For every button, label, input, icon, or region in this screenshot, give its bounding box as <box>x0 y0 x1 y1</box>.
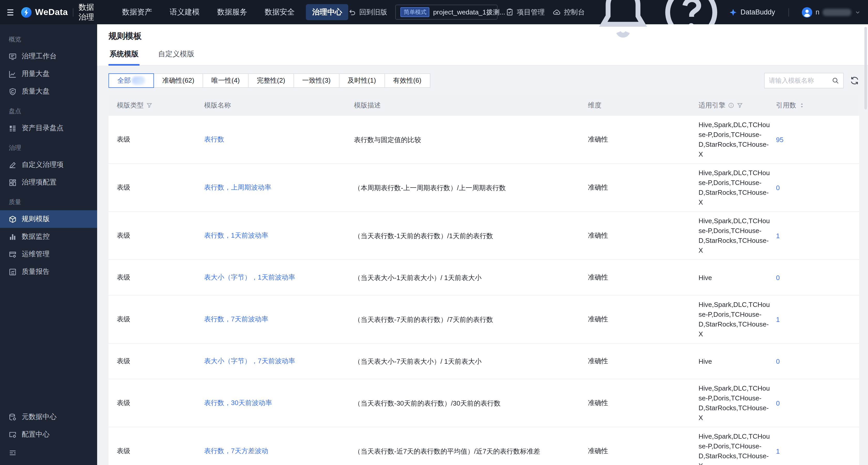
info-circle-icon[interactable] <box>728 102 734 108</box>
ref-count-cell: 0 <box>776 274 859 281</box>
engines-cell: Hive,Spark,DLC,TCHouse-P,Doris,TCHouse-D… <box>699 431 776 465</box>
template-name-link[interactable]: 表行数，7天方差波动 <box>204 447 268 455</box>
filter-funnel-icon[interactable] <box>737 102 743 108</box>
search-icon[interactable] <box>832 77 839 84</box>
page-title: 规则模板 <box>108 31 868 42</box>
template-name-link[interactable]: 表行数，1天前波动率 <box>204 231 268 239</box>
tab-bar: 系统模版自定义模版 <box>108 50 868 66</box>
sidebar-item-1-3[interactable]: 质量大盘 <box>0 83 97 100</box>
nav-item-2[interactable]: 语义建模 <box>163 4 206 20</box>
nav-item-4[interactable]: 数据安全 <box>258 4 301 20</box>
sidebar-item-4-3[interactable]: 运维管理 <box>0 245 97 263</box>
clipboard-check-icon <box>506 8 514 16</box>
nav-item-1[interactable]: 数据资产 <box>116 4 158 20</box>
sidebar-item-3-1[interactable]: 自定义治理项 <box>0 156 97 174</box>
tab-1[interactable]: 系统模版 <box>108 50 140 65</box>
filter-chip-7[interactable]: 有效性(6) <box>384 73 430 88</box>
ref-count-link[interactable]: 1 <box>776 447 780 455</box>
dimension-cell: 准确性 <box>588 356 699 366</box>
user-menu[interactable]: n <box>802 7 861 17</box>
databuddy-link[interactable]: DataBuddy <box>729 8 775 16</box>
template-search-box <box>764 73 844 88</box>
config-center-icon <box>9 431 17 438</box>
template-type-cell: 表级 <box>108 398 204 408</box>
refresh-icon <box>850 76 859 85</box>
template-name-link[interactable]: 表行数，上周期波动率 <box>204 183 271 191</box>
sidebar-item-label: 治理项配置 <box>22 178 57 187</box>
ref-count-link[interactable]: 1 <box>776 232 780 240</box>
sidebar-item-1-2[interactable]: 用量大盘 <box>0 65 97 83</box>
sidebar: 概览治理工作台用量大盘质量大盘盘点资产目录盘点治理自定义治理项治理项配置质量规则… <box>0 24 97 465</box>
ref-count-link[interactable]: 0 <box>776 184 780 191</box>
cloud-icon <box>553 8 561 16</box>
template-name-cell: 表行数，7天前波动率 <box>204 315 354 324</box>
collapse-sidebar-button[interactable] <box>0 443 97 462</box>
filter-funnel-icon[interactable] <box>146 102 152 108</box>
filter-chip-2[interactable]: 准确性(62) <box>153 73 203 88</box>
ref-count-link[interactable]: 95 <box>776 135 783 144</box>
template-name-link[interactable]: 表行数 <box>204 135 224 143</box>
filter-chip-4[interactable]: 完整性(2) <box>248 73 294 88</box>
nav-item-3[interactable]: 数据服务 <box>211 4 253 20</box>
template-desc-cell: （本周期表行数-上一周期表行数）/上一周期表行数 <box>354 183 588 192</box>
sidebar-footer-item-1[interactable]: 元数据中心 <box>0 408 97 426</box>
dimension-cell: 准确性 <box>588 446 699 456</box>
sidebar-item-4-2[interactable]: 数据监控 <box>0 228 97 245</box>
sidebar-item-label: 运维管理 <box>22 250 50 259</box>
ref-count-cell: 1 <box>776 315 859 323</box>
ref-count-link[interactable]: 0 <box>776 274 780 281</box>
ref-count-link[interactable]: 1 <box>776 315 780 323</box>
bar-chart-icon <box>9 233 17 241</box>
console-label: 控制台 <box>564 7 585 17</box>
refresh-button[interactable] <box>850 76 859 85</box>
filter-chip-1[interactable]: 全部 <box>108 73 154 88</box>
tab-2[interactable]: 自定义模版 <box>157 50 195 65</box>
dimension-cell: 准确性 <box>588 135 699 144</box>
filter-chip-6[interactable]: 及时性(1) <box>339 73 385 88</box>
search-input[interactable] <box>765 77 832 84</box>
dimension-filter-group: 全部准确性(62)唯一性(4)完整性(2)一致性(3)及时性(1)有效性(6) <box>108 73 430 88</box>
project-selector[interactable]: 简单模式 project_wedata_1拨测... <box>396 5 498 20</box>
sidebar-item-label: 质量大盘 <box>22 87 50 96</box>
scrollbar-thumb[interactable] <box>864 27 867 110</box>
template-name-link[interactable]: 表大小（字节），7天前波动率 <box>204 357 295 365</box>
ops-icon <box>9 250 17 258</box>
column-header-type: 模版类型 <box>108 101 204 110</box>
sort-icon[interactable] <box>799 102 805 108</box>
project-management-link[interactable]: 项目管理 <box>506 7 545 17</box>
ref-count-link[interactable]: 0 <box>776 399 780 407</box>
filter-chip-label: 准确性(62) <box>162 76 194 85</box>
sidebar-item-4-4[interactable]: 质量报告 <box>0 263 97 281</box>
nav-item-5[interactable]: 治理中心 <box>306 4 348 20</box>
sidebar-item-label: 资产目录盘点 <box>22 123 64 133</box>
filter-chip-5[interactable]: 一致性(3) <box>293 73 339 88</box>
metadata-db-icon <box>9 413 17 421</box>
sidebar-item-1-1[interactable]: 治理工作台 <box>0 48 97 65</box>
table-row: 表级表大小（字节），7天前波动率（当天表大小-7天前表大小）/ 1天前表大小准确… <box>108 344 859 379</box>
simple-mode-badge: 简单模式 <box>401 7 430 17</box>
back-to-old-version-link[interactable]: 回到旧版 <box>348 7 387 17</box>
sidebar-footer: 元数据中心配置中心 <box>0 408 97 465</box>
template-type-cell: 表级 <box>108 183 204 192</box>
console-link[interactable]: 控制台 <box>553 7 585 17</box>
sidebar-item-3-2[interactable]: 治理项配置 <box>0 174 97 191</box>
menu-icon[interactable] <box>7 9 13 15</box>
config-grid-icon <box>9 179 17 186</box>
sidebar-item-4-1[interactable]: 规则模版 <box>0 210 97 228</box>
template-desc-cell: （当天表大小-7天前表大小）/ 1天前表大小 <box>354 356 588 366</box>
template-name-link[interactable]: 表大小（字节），1天前波动率 <box>204 273 295 281</box>
sidebar-footer-item-2[interactable]: 配置中心 <box>0 426 97 443</box>
table-row: 表级表行数，7天方差波动（当天表行数-近7天的表行数的平均值）/近7天的表行数标… <box>108 427 859 465</box>
ref-count-link[interactable]: 0 <box>776 357 780 365</box>
template-name-link[interactable]: 表行数，7天前波动率 <box>204 315 268 323</box>
sidebar-section-title: 盘点 <box>0 100 97 119</box>
template-name-link[interactable]: 表行数，30天前波动率 <box>204 399 272 407</box>
template-desc-cell: （当天表行数-30天前的表行数）/30天前的表行数 <box>354 398 588 408</box>
table-row: 表级表大小（字节），1天前波动率（当天表大小-1天前表大小）/ 1天前表大小准确… <box>108 260 859 296</box>
filter-chip-3[interactable]: 唯一性(4) <box>203 73 249 88</box>
app-window: WeData 数据治理 数据资产语义建模数据服务数据安全治理中心 回到旧版 简单… <box>0 0 868 465</box>
ref-count-cell: 1 <box>776 447 859 455</box>
sidebar-item-2-1[interactable]: 资产目录盘点 <box>0 119 97 137</box>
engines-cell: Hive,Spark,DLC,TCHouse-P,Doris,TCHouse-D… <box>699 216 776 255</box>
notification-bell[interactable]: 38 <box>593 0 653 42</box>
